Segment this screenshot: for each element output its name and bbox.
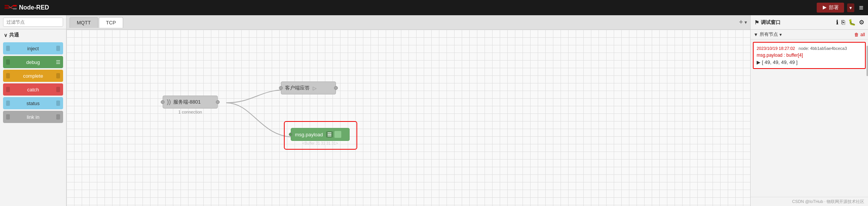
sidebar-item-debug[interactable]: debug xyxy=(3,56,63,68)
sidebar-item-inject[interactable]: inject xyxy=(3,42,63,54)
sidebar-item-label-status: status xyxy=(10,101,56,106)
app-logo: Node-RED xyxy=(5,3,49,12)
svg-rect-0 xyxy=(5,5,8,6)
sidebar-item-label-debug: debug xyxy=(10,59,56,65)
trash-icon[interactable]: 🗑 xyxy=(854,32,859,37)
sidebar-nodes-list: inject debug complete xyxy=(0,41,66,125)
msgpayload-sublabel: <Buffer 31 31 31 31> xyxy=(303,141,338,145)
debug-node-id: node: 4bb1ab5ae4bceca3 xyxy=(798,46,847,51)
settings-icon[interactable]: ⚙ xyxy=(859,19,864,26)
filter-dropdown-icon: ▾ xyxy=(779,32,782,37)
debug-panel: ⚑ 调试窗口 ℹ ⎘ 🐛 ⚙ ▼ 所有节点 ▾ 🗑 all xyxy=(750,15,868,206)
node-port-right-catch xyxy=(56,87,60,92)
chevron-down-icon: ∨ xyxy=(4,32,8,38)
svg-marker-8 xyxy=(823,6,827,10)
debug-payload-key: msg.payload : buffer[4] xyxy=(757,53,862,58)
server-icon: )) xyxy=(167,99,171,105)
canvas-area: MQTT TCP + ▾ )) 服务端-8801 1 connect xyxy=(67,15,750,206)
debug-filter[interactable]: ▼ 所有节点 ▾ xyxy=(754,31,782,38)
header-right: 部署 ▾ ≡ xyxy=(817,3,863,13)
canvas-node-msgpayload[interactable]: msg.payload <Buffer 31 31 31 31> xyxy=(291,128,350,141)
info-icon[interactable]: ℹ xyxy=(836,19,838,26)
server-label: 服务端-8801 xyxy=(173,99,201,105)
clear-all-button[interactable]: all xyxy=(860,32,865,37)
svg-line-3 xyxy=(8,8,11,8)
server-port-right xyxy=(216,100,220,104)
response-port-left xyxy=(279,86,283,90)
svg-line-5 xyxy=(11,8,13,9)
tab-add-button[interactable]: + xyxy=(739,18,743,26)
sidebar-item-label-complete: complete xyxy=(10,73,56,79)
debug-message-header: 2023/10/19 18:27:02 node: 4bb1ab5ae4bcec… xyxy=(757,46,862,51)
footer-credit: CSDN @IoTHub · 物联网开源技术社区 xyxy=(751,197,868,206)
debug-value-text: [ 49, 49, 49, 49 ] xyxy=(762,59,798,65)
tab-tcp[interactable]: TCP xyxy=(99,17,123,28)
flow-canvas[interactable]: )) 服务端-8801 1 connection 客户端应答 ▷ msg.pay… xyxy=(67,30,750,206)
svg-rect-1 xyxy=(5,7,8,9)
response-label: 客户端应答 xyxy=(285,85,310,91)
node-port-right-linkin xyxy=(56,114,60,120)
svg-line-2 xyxy=(8,6,11,8)
canvas-node-response[interactable]: 客户端应答 ▷ xyxy=(281,81,336,94)
debug-clear-area: 🗑 all xyxy=(854,32,865,37)
header-left: Node-RED xyxy=(5,3,49,12)
deploy-dropdown-button[interactable]: ▾ xyxy=(847,3,854,12)
sidebar-item-label-linkin: link in xyxy=(10,114,56,120)
copy-icon[interactable]: ⎘ xyxy=(841,19,845,26)
sidebar-search-area xyxy=(0,15,66,29)
node-port-left-status xyxy=(6,101,10,106)
msgpayload-port-left xyxy=(289,133,293,136)
node-port-left-complete xyxy=(6,73,10,78)
node-port-left-catch xyxy=(6,87,10,92)
menu-button[interactable]: ≡ xyxy=(859,3,863,12)
debug-timestamp: 2023/10/19 18:27:02 xyxy=(757,46,795,51)
tab-dropdown-button[interactable]: ▾ xyxy=(744,19,747,25)
node-port-left-debug xyxy=(6,59,10,65)
server-sublabel: 1 connection xyxy=(178,110,202,114)
bug-icon[interactable]: 🐛 xyxy=(848,19,856,26)
debug-panel-icons: ℹ ⎘ 🐛 ⚙ xyxy=(836,19,864,26)
sidebar-item-status[interactable]: status xyxy=(3,97,63,109)
logo-icon xyxy=(5,3,17,12)
node-port-right-inject xyxy=(56,46,60,51)
debug-toolbar: ▼ 所有节点 ▾ 🗑 all xyxy=(751,30,868,40)
list-icon xyxy=(326,131,333,137)
debug-content: 2023/10/19 18:27:02 node: 4bb1ab5ae4bcec… xyxy=(751,40,868,197)
filter-icon: ▼ xyxy=(754,32,758,37)
node-port-right-complete xyxy=(56,73,60,78)
sidebar: ∨ 共通 inject debug xyxy=(0,15,67,206)
debug-value: ▶ [ 49, 49, 49, 49 ] xyxy=(757,59,862,65)
green-square-icon[interactable] xyxy=(334,131,341,138)
debug-panel-header: ⚑ 调试窗口 ℹ ⎘ 🐛 ⚙ xyxy=(751,15,868,30)
app-title: Node-RED xyxy=(19,4,49,11)
debug-lines-icon xyxy=(56,60,60,64)
deploy-button[interactable]: 部署 xyxy=(817,3,844,13)
search-input[interactable] xyxy=(3,18,63,27)
debug-pin-icon: ⚑ xyxy=(754,19,759,26)
deploy-icon xyxy=(822,5,827,10)
expand-arrow-icon[interactable]: ▶ xyxy=(757,59,760,65)
sidebar-item-label-inject: inject xyxy=(10,46,56,51)
msgpayload-label: msg.payload xyxy=(295,132,323,137)
sidebar-item-catch[interactable]: catch xyxy=(3,83,63,96)
debug-message: 2023/10/19 18:27:02 node: 4bb1ab5ae4bcec… xyxy=(753,42,866,69)
tab-add-area: + ▾ xyxy=(739,18,747,26)
app-header: Node-RED 部署 ▾ ≡ xyxy=(0,0,868,15)
debug-panel-title: ⚑ 调试窗口 xyxy=(754,19,781,26)
svg-line-4 xyxy=(11,6,13,8)
svg-rect-7 xyxy=(13,8,17,10)
svg-rect-6 xyxy=(13,5,17,6)
sidebar-section-common: ∨ 共通 xyxy=(0,29,66,41)
server-port-left xyxy=(161,100,165,104)
tab-bar: MQTT TCP + ▾ xyxy=(67,15,750,30)
response-icon: ▷ xyxy=(313,85,317,91)
canvas-node-server[interactable]: )) 服务端-8801 1 connection xyxy=(163,96,218,109)
tab-mqtt[interactable]: MQTT xyxy=(70,17,98,28)
sidebar-item-label-catch: catch xyxy=(10,87,56,93)
sidebar-item-linkin[interactable]: link in xyxy=(3,111,63,123)
main-content: ∨ 共通 inject debug xyxy=(0,15,868,206)
sidebar-scroll: ∨ 共通 inject debug xyxy=(0,29,66,206)
node-port-right-status xyxy=(56,101,60,106)
sidebar-item-complete[interactable]: complete xyxy=(3,70,63,82)
connection-svg xyxy=(67,30,750,206)
